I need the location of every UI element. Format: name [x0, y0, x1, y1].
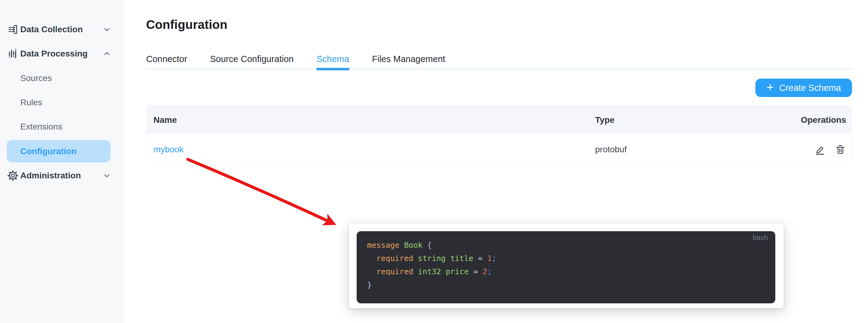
edit-icon[interactable]: [814, 144, 826, 155]
column-header-operations: Operations: [801, 115, 852, 125]
table-row: mybook protobuf: [146, 134, 852, 165]
chevron-down-icon: [101, 170, 112, 181]
data-processing-icon: [7, 48, 19, 60]
tab-bar: Connector Source Configuration Schema Fi…: [146, 50, 852, 69]
sidebar-item-extensions[interactable]: Extensions: [0, 117, 123, 137]
code-language-badge: bash: [753, 234, 768, 242]
schema-table: Name Type Operations mybook protobuf: [146, 105, 852, 165]
column-header-name: Name: [146, 115, 595, 125]
plus-icon: +: [766, 81, 773, 93]
schema-type-cell: protobuf: [595, 145, 814, 154]
sidebar-item-label: Data Processing: [20, 49, 88, 59]
sidebar: Data Collection Data Processing Sources: [0, 0, 123, 323]
tab-schema[interactable]: Schema: [316, 50, 349, 68]
sidebar-item-label: Sources: [20, 74, 52, 83]
sidebar-item-label: Administration: [20, 171, 81, 180]
delete-icon[interactable]: [835, 144, 846, 155]
sidebar-item-data-processing[interactable]: Data Processing: [0, 44, 123, 64]
sidebar-item-rules[interactable]: Rules: [0, 93, 123, 112]
table-header-row: Name Type Operations: [146, 106, 852, 134]
sidebar-item-administration[interactable]: Administration: [0, 166, 123, 185]
chevron-down-icon: [101, 24, 112, 35]
data-collection-icon: [7, 23, 19, 36]
sidebar-item-data-collection[interactable]: Data Collection: [0, 20, 123, 39]
create-schema-button[interactable]: + Create Schema: [755, 79, 852, 97]
tab-files-management[interactable]: Files Management: [372, 50, 445, 68]
page-title: Configuration: [146, 18, 227, 32]
sidebar-item-configuration[interactable]: Configuration: [0, 142, 123, 161]
code-panel: bash message Book { required string titl…: [356, 231, 775, 303]
code-block: message Book { required string title = 1…: [356, 231, 775, 291]
tab-source-configuration[interactable]: Source Configuration: [210, 50, 293, 68]
tab-connector[interactable]: Connector: [146, 50, 187, 68]
sidebar-item-sources[interactable]: Sources: [0, 68, 123, 88]
schema-name-link[interactable]: mybook: [153, 145, 184, 154]
code-preview-card: bash message Book { required string titl…: [349, 224, 784, 308]
sidebar-item-label: Configuration: [20, 146, 77, 156]
sidebar-item-label: Data Collection: [20, 25, 83, 34]
gear-icon: [7, 170, 19, 182]
sidebar-item-label: Rules: [20, 98, 42, 108]
chevron-up-icon: [101, 48, 112, 59]
app-root: Data Collection Data Processing Sources: [0, 0, 868, 323]
create-schema-label: Create Schema: [779, 83, 841, 93]
column-header-type: Type: [595, 115, 801, 125]
sidebar-item-label: Extensions: [20, 122, 62, 132]
